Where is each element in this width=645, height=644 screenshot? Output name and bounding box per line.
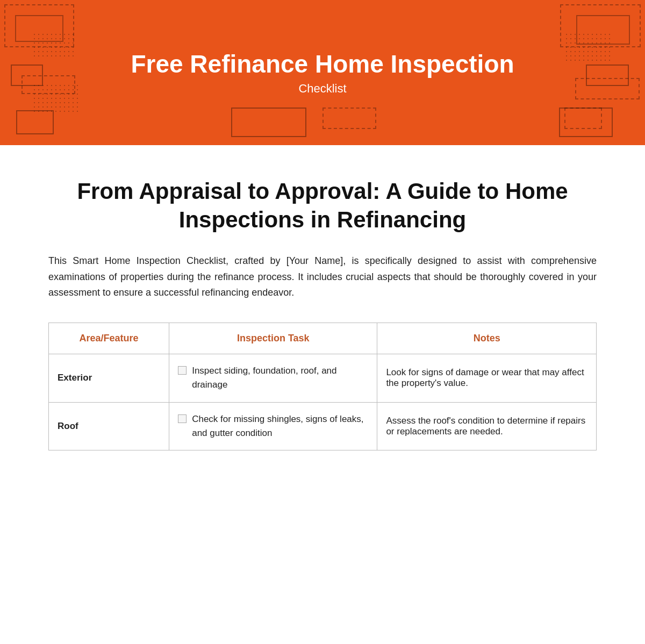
- cell-area-1: Roof: [49, 402, 169, 450]
- col-header-notes: Notes: [377, 323, 597, 354]
- deco-dots-1: [32, 32, 75, 59]
- cell-task-0: Inspect siding, foundation, roof, and dr…: [169, 354, 377, 403]
- table-header-row: Area/Feature Inspection Task Notes: [49, 323, 597, 354]
- col-header-task: Inspection Task: [169, 323, 377, 354]
- main-heading: From Appraisal to Approval: A Guide to H…: [48, 177, 597, 234]
- checkbox-icon-0[interactable]: [178, 366, 187, 375]
- deco-dots-2: [32, 83, 81, 113]
- deco-rect-9: [16, 110, 54, 134]
- header-banner: Free Refinance Home Inspection Checklist: [0, 0, 645, 145]
- task-text-0: Inspect siding, foundation, roof, and dr…: [192, 364, 368, 392]
- checklist-table: Area/Feature Inspection Task Notes Exter…: [48, 323, 597, 450]
- col-header-area: Area/Feature: [49, 323, 169, 354]
- deco-rect-10: [231, 108, 306, 137]
- table-row: ExteriorInspect siding, foundation, roof…: [49, 354, 597, 403]
- header-subtitle: Checklist: [298, 82, 346, 96]
- table-row: RoofCheck for missing shingles, signs of…: [49, 402, 597, 450]
- cell-task-1: Check for missing shingles, signs of lea…: [169, 402, 377, 450]
- cell-notes-1: Assess the roof's condition to determine…: [377, 402, 597, 450]
- deco-rect-8: [575, 78, 640, 99]
- cell-notes-0: Look for signs of damage or wear that ma…: [377, 354, 597, 403]
- header-title: Free Refinance Home Inspection: [131, 49, 514, 78]
- deco-dots-3: [564, 32, 613, 62]
- checkbox-icon-1[interactable]: [178, 414, 187, 423]
- deco-rect-13: [564, 108, 602, 129]
- task-text-1: Check for missing shingles, signs of lea…: [192, 412, 368, 441]
- main-content: From Appraisal to Approval: A Guide to H…: [0, 145, 645, 483]
- intro-paragraph: This Smart Home Inspection Checklist, cr…: [48, 253, 597, 301]
- cell-area-0: Exterior: [49, 354, 169, 403]
- deco-rect-11: [322, 108, 376, 129]
